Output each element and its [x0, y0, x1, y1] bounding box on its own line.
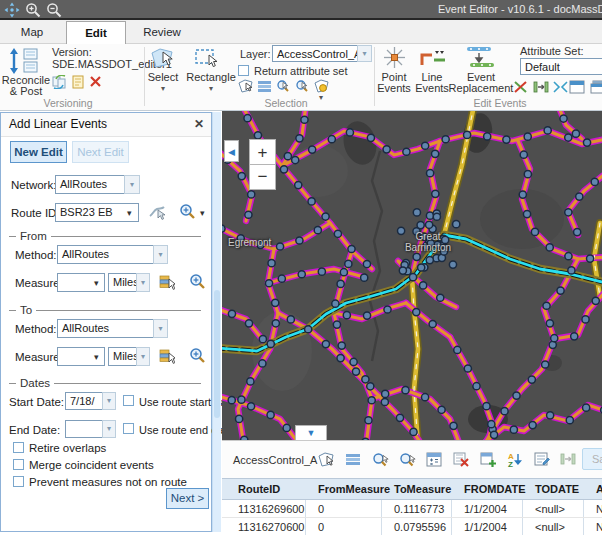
point-events-label[interactable]: PointEvents: [374, 72, 414, 94]
route-id-caret-icon[interactable]: ▾: [127, 208, 132, 218]
point-event-marker: [547, 412, 554, 419]
col-todate[interactable]: TODATE: [535, 483, 579, 495]
from-method-arrow[interactable]: ▾: [153, 245, 168, 264]
panel-scrollbar[interactable]: [212, 112, 221, 532]
from-unit-dropdown[interactable]: Miles: [108, 273, 137, 292]
select-label[interactable]: Select: [146, 72, 180, 83]
route-select-on-map-icon[interactable]: [149, 204, 165, 222]
to-measure-select-icon[interactable]: [159, 348, 175, 366]
change-version-icon[interactable]: [52, 75, 67, 91]
attribute-set-dropdown[interactable]: Default: [520, 58, 602, 75]
col-frommeasure[interactable]: FromMeasure: [318, 483, 390, 495]
collapse-panel-down-icon[interactable]: ▼: [295, 425, 327, 440]
panel-scrollbar-thumb[interactable]: [214, 290, 220, 418]
point-event-marker: [450, 422, 457, 429]
table-add-row-icon[interactable]: [480, 452, 496, 468]
new-version-icon[interactable]: [71, 75, 85, 91]
to-unit-dropdown[interactable]: Miles: [108, 347, 137, 366]
network-dropdown-arrow[interactable]: ▾: [124, 175, 140, 194]
table-row[interactable]: 11316269600 0 0.1116773 1/1/2004 <null> …: [222, 500, 602, 518]
to-method-dropdown[interactable]: AllRoutes: [57, 319, 154, 338]
col-tomeasure[interactable]: ToMeasure: [394, 483, 451, 495]
point-events-icon[interactable]: [384, 47, 405, 70]
zoom-in-icon[interactable]: [25, 2, 41, 18]
map-canvas[interactable]: Egremont GreatBarrington ◀ + − ▼: [222, 111, 602, 440]
rectangle-select-icon[interactable]: [194, 47, 220, 71]
from-measure-zoom-icon[interactable]: [189, 273, 206, 292]
split-event-icon[interactable]: [513, 80, 528, 96]
rectangle-caret-icon[interactable]: ▾: [186, 85, 236, 93]
table-select-polygon-icon[interactable]: [318, 452, 334, 468]
merge-coincident-checkbox[interactable]: [13, 459, 24, 470]
new-edit-button[interactable]: New Edit: [10, 141, 67, 163]
next-button[interactable]: Next >: [166, 488, 209, 509]
reconcile-post-label[interactable]: Reconcile& Post: [0, 75, 52, 97]
table-form-edit-icon[interactable]: [534, 452, 550, 468]
from-measure-caret-icon[interactable]: ▾: [94, 278, 99, 288]
table-clear-selection-icon[interactable]: [453, 452, 469, 468]
event-replacement-label[interactable]: EventReplacement: [448, 72, 514, 94]
rectangle-label[interactable]: Rectangle: [186, 72, 236, 83]
extend-event-icon[interactable]: [533, 80, 549, 96]
layer-dropdown-arrow[interactable]: ▾: [357, 45, 372, 62]
to-measure-caret-icon[interactable]: ▾: [94, 352, 99, 362]
start-date-input[interactable]: 7/18/: [65, 392, 103, 410]
map-zoom-in-button[interactable]: +: [249, 139, 276, 165]
map-zoom-out-button[interactable]: −: [249, 164, 276, 190]
table-zoom-selected-icon[interactable]: [372, 452, 388, 468]
table-pan-selected-icon[interactable]: [399, 452, 415, 468]
attribute-windows-icon[interactable]: [590, 80, 602, 96]
delete-version-icon[interactable]: [89, 75, 102, 90]
end-date-label: End Date:: [9, 424, 60, 436]
to-measure-zoom-icon[interactable]: [189, 347, 206, 366]
select-tool-icon[interactable]: [150, 47, 176, 71]
cell: 0: [318, 521, 324, 533]
end-date-input[interactable]: [65, 420, 103, 438]
tab-edit[interactable]: Edit: [66, 21, 126, 45]
col-access[interactable]: AC: [596, 483, 602, 495]
point-event-marker: [488, 421, 495, 428]
pan-icon[interactable]: [4, 2, 20, 18]
table-calculate-icon[interactable]: [426, 452, 442, 468]
prevent-measures-checkbox[interactable]: [13, 476, 24, 487]
reconcile-post-icon[interactable]: [8, 48, 46, 76]
pan-to-selection-icon[interactable]: [295, 79, 311, 96]
layer-dropdown[interactable]: AccessControl_A: [272, 45, 358, 62]
to-method-arrow[interactable]: ▾: [153, 319, 168, 338]
network-dropdown[interactable]: AllRoutes: [55, 175, 125, 194]
event-replacement-icon[interactable]: [466, 46, 495, 70]
attribute-window-icon[interactable]: [569, 80, 585, 96]
line-events-icon[interactable]: [419, 49, 446, 68]
table-row[interactable]: 11316270600 0 0.0795596 1/1/2004 <null> …: [222, 518, 602, 535]
zoom-out-icon[interactable]: [46, 2, 62, 18]
from-unit-arrow[interactable]: ▾: [136, 273, 150, 292]
table-sort-icon[interactable]: AZ: [507, 452, 523, 468]
next-edit-button[interactable]: Next Edit: [72, 141, 129, 163]
col-routeid[interactable]: RouteID: [238, 483, 280, 495]
col-fromdate[interactable]: FROMDATE: [464, 483, 526, 495]
tab-map[interactable]: Map: [6, 21, 58, 44]
to-unit-arrow[interactable]: ▾: [136, 347, 150, 366]
start-date-arrow[interactable]: ▾: [102, 392, 116, 410]
tab-review[interactable]: Review: [134, 21, 190, 44]
zoom-to-selection-icon[interactable]: [276, 79, 292, 96]
end-date-arrow[interactable]: ▾: [102, 420, 116, 438]
from-method-dropdown[interactable]: AllRoutes: [57, 245, 154, 264]
select-caret-icon[interactable]: ▾: [146, 85, 180, 93]
retire-overlaps-checkbox[interactable]: [13, 442, 24, 453]
table-rows-icon[interactable]: [345, 452, 361, 468]
use-route-end-checkbox[interactable]: [123, 423, 134, 434]
save-button-disabled[interactable]: Save: [582, 448, 602, 470]
close-icon[interactable]: ✕: [194, 117, 204, 131]
use-route-start-checkbox[interactable]: [123, 395, 134, 406]
return-attribute-checkbox[interactable]: [238, 65, 249, 76]
select-by-polygon-icon[interactable]: [238, 79, 253, 95]
selection-list-icon[interactable]: [257, 79, 272, 95]
from-measure-label: Measure:: [15, 277, 63, 289]
collapse-panel-left-icon[interactable]: ◀: [224, 140, 239, 162]
route-zoom-caret-icon[interactable]: ▾: [200, 208, 205, 218]
from-measure-select-icon[interactable]: [159, 274, 175, 292]
point-event-marker: [343, 312, 350, 319]
route-zoom-icon[interactable]: [179, 203, 196, 222]
merge-events-icon[interactable]: [553, 80, 568, 96]
